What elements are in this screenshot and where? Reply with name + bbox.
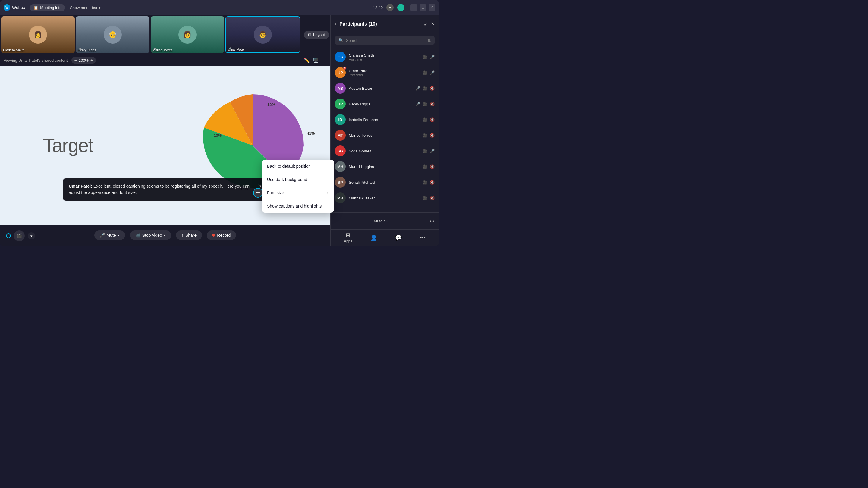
cam-icon-sofia: 🎥 xyxy=(423,149,427,153)
people-button[interactable]: 👤 xyxy=(370,234,377,241)
mic-icon-umar: 🎤 xyxy=(430,70,435,75)
video-effect-button[interactable]: 🎬 xyxy=(14,230,25,241)
menu-item-back-default[interactable]: Back to default position xyxy=(261,160,334,173)
participant-item-sofia[interactable]: SG Sofia Gomez 🎥 🎤 xyxy=(331,143,439,159)
mic-icon-clarissa: 🎤 xyxy=(430,55,435,59)
time-display: 12:40 xyxy=(373,5,383,10)
meeting-info-button[interactable]: 📋 Meeting info xyxy=(30,4,65,11)
layout-label: Layout xyxy=(313,33,325,37)
participant-item-isabella[interactable]: IB Isabella Brennan 🎥 🔇 xyxy=(331,112,439,127)
participant-item-umar[interactable]: UP P Umar Patel Presenter 🎥 🎤 xyxy=(331,65,439,80)
participant-item-murad[interactable]: MH Murad Higgins 🎥 🔇 xyxy=(331,159,439,174)
apps-button[interactable]: ⊞ Apps xyxy=(344,232,352,243)
mic-muted-icon-marise: 🔇 xyxy=(430,133,435,138)
avatar-henry: HR xyxy=(335,98,346,109)
record-dot-icon xyxy=(212,234,215,237)
cam-icon-murad: 🎥 xyxy=(423,164,427,169)
participant-icons-umar: 🎥 🎤 xyxy=(423,70,435,75)
participant-item-marise[interactable]: MT Marise Torres 🎥 🔇 xyxy=(331,127,439,143)
participant-item-austen[interactable]: AB Austen Baker 🎤 🎥 🔇 xyxy=(331,80,439,96)
toolbar-icons: ✏️ 🖥️ ⛶ xyxy=(304,58,327,63)
zoom-controls: − 100% + xyxy=(71,57,96,64)
cam-icon-sonali: 🎥 xyxy=(423,180,427,185)
panel-close-button[interactable]: ✕ xyxy=(431,21,435,27)
panel-search: 🔍 ⇅ xyxy=(331,33,439,48)
pie-label-41: 41% xyxy=(307,131,315,135)
avatar-umar: UP P xyxy=(335,67,346,78)
zoom-out-button[interactable]: − xyxy=(74,58,77,63)
thumbnail-marise[interactable]: 👩 🎤 Marise Torres xyxy=(151,16,224,53)
menu-item-dark-bg-label: Use dark background xyxy=(267,177,307,182)
menu-item-captions-highlights[interactable]: Show captions and highlights xyxy=(261,199,334,213)
avatar-isabella: IB xyxy=(335,114,346,125)
sort-button[interactable]: ⇅ xyxy=(427,38,431,43)
chevron-down-icon: ▾ xyxy=(98,5,101,10)
participant-info-umar: Umar Patel Presenter xyxy=(349,69,420,77)
panel-popout-button[interactable]: ⤢ xyxy=(424,21,428,27)
menu-item-dark-bg[interactable]: Use dark background xyxy=(261,173,334,186)
record-button[interactable]: Record xyxy=(207,230,236,240)
zoom-value: 100% xyxy=(79,58,89,63)
menu-item-captions-highlights-label: Show captions and highlights xyxy=(267,204,321,208)
title-bar-right: 12:40 ● ✓ – □ ✕ xyxy=(373,4,435,11)
participant-info-austen: Austen Baker xyxy=(349,86,412,91)
mic-muted-icon-murad: 🔇 xyxy=(430,164,435,169)
panel-more-button[interactable]: ••• xyxy=(430,218,435,224)
participant-name-sofia: Sofia Gomez xyxy=(349,149,420,153)
annotate-button[interactable]: ✏️ xyxy=(304,58,310,63)
layout-button[interactable]: ⊞ Layout xyxy=(304,31,329,39)
search-icon: 🔍 xyxy=(338,38,344,43)
participant-item-matthew[interactable]: MB Matthew Baker 🎥 🔇 xyxy=(331,190,439,206)
participant-item-sonali[interactable]: SP Sonali Pitchard 🎥 🔇 xyxy=(331,174,439,190)
video-arrow-icon: ▾ xyxy=(164,233,166,237)
thumbnail-umar[interactable]: 👨 🎤 Umar Patel xyxy=(225,16,300,53)
effect-arrow-button[interactable]: ▾ xyxy=(28,232,35,239)
mute-all-button[interactable]: Mute all xyxy=(335,219,427,223)
mute-label: Mute xyxy=(107,233,116,238)
panel-collapse-button[interactable]: ‹ xyxy=(335,22,336,27)
more-options-icon: ••• xyxy=(420,235,426,241)
mute-button[interactable]: 🎤 Mute ▾ xyxy=(94,230,125,240)
center-area: 👩 Clarissa Smith 👴 🎤 Henry Riggs 👩 🎤 xyxy=(0,15,330,246)
close-button[interactable]: ✕ xyxy=(429,4,435,11)
share-button[interactable]: ↑ Share xyxy=(176,230,202,240)
thumbnail-umar-label: Umar Patel xyxy=(228,47,244,51)
screen-share-button[interactable]: 🖥️ xyxy=(313,58,319,63)
participant-info-sofia: Sofia Gomez xyxy=(349,149,420,153)
app-name: Webex xyxy=(12,5,25,10)
zoom-in-button[interactable]: + xyxy=(90,58,93,63)
show-menu-label: Show menu bar xyxy=(70,5,97,10)
participant-item-clarissa[interactable]: CS Clarissa Smith Host, me 🎥 🎤 xyxy=(331,49,439,65)
cam-off-icon-austen: 🎤 xyxy=(415,86,420,91)
thumbnail-marise-label: Marise Torres xyxy=(153,48,173,52)
caption-overlay: Umar Patel: Excellent, closed captioning… xyxy=(63,178,268,201)
avatar-sonali: SP xyxy=(335,177,346,188)
participant-item-henry[interactable]: HR Henry Riggs 🎤 🎥 🔇 xyxy=(331,96,439,112)
thumbnail-clarissa[interactable]: 👩 Clarissa Smith xyxy=(1,16,75,53)
participants-list: CS Clarissa Smith Host, me 🎥 🎤 UP P xyxy=(331,48,439,213)
thumbnail-clarissa-label: Clarissa Smith xyxy=(3,48,24,52)
stop-video-button[interactable]: 📹 Stop video ▾ xyxy=(130,230,171,240)
status-icon: ✓ xyxy=(397,4,404,11)
panel-more-options-button[interactable]: ••• xyxy=(420,235,426,241)
show-menu-button[interactable]: Show menu bar ▾ xyxy=(70,5,101,10)
bottom-toolbar: 🎬 ▾ 🎤 Mute ▾ 📹 Stop video ▾ ↑ xyxy=(0,225,330,246)
mute-arrow-icon: ▾ xyxy=(118,233,120,237)
fullscreen-button[interactable]: ⛶ xyxy=(322,58,327,63)
avatar-sofia: SG xyxy=(335,145,346,156)
slide-area: Target xyxy=(0,66,330,225)
participant-name-isabella: Isabella Brennan xyxy=(349,118,420,122)
caption-body: Excellent, closed captioning seems to be… xyxy=(69,184,250,195)
participant-info-henry: Henry Riggs xyxy=(349,102,412,106)
panel-footer: Mute all ••• xyxy=(331,213,439,229)
menu-item-font-size[interactable]: Font size › xyxy=(261,186,334,199)
maximize-button[interactable]: □ xyxy=(420,4,426,11)
search-input[interactable] xyxy=(346,38,425,43)
content-toolbar: Viewing Umar Patel's shared content − 10… xyxy=(0,54,330,66)
cam-icon-isabella: 🎥 xyxy=(423,118,427,122)
participant-name-austen: Austen Baker xyxy=(349,86,412,91)
thumbnail-henry[interactable]: 👴 🎤 Henry Riggs xyxy=(76,16,150,53)
minimize-button[interactable]: – xyxy=(410,4,417,11)
participant-info-marise: Marise Torres xyxy=(349,133,420,138)
chat-button[interactable]: 💬 xyxy=(395,234,402,241)
